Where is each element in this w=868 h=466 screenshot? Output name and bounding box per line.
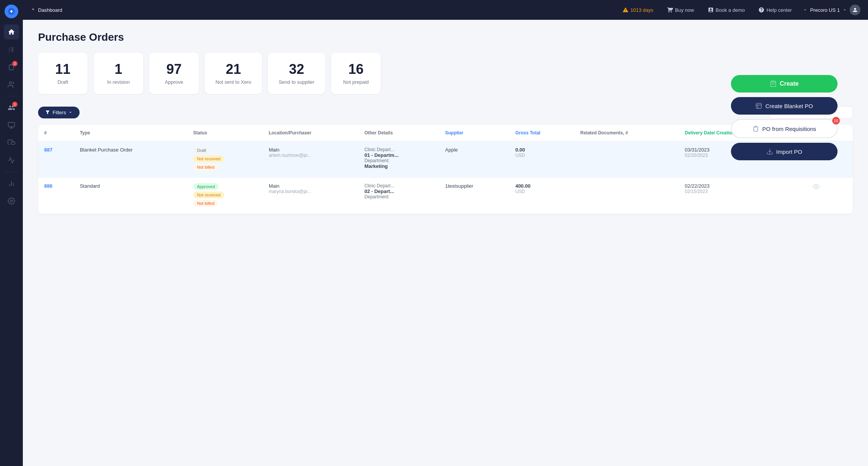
stat-number-draft: 11	[55, 62, 70, 77]
dept-type-label: Department:	[364, 158, 433, 163]
location-main: Main	[269, 183, 352, 189]
table-toolbar: Filters	[38, 106, 853, 119]
dept-code: 01 - Departm...	[364, 152, 433, 158]
stat-number-not-prepaid: 16	[348, 62, 364, 77]
page-title: Purchase Orders	[38, 31, 853, 43]
status-badge: Draft	[193, 147, 210, 154]
sidebar-item-catalog[interactable]	[4, 42, 19, 57]
import-po-label: Import PO	[776, 148, 802, 155]
col-supplier: Supplier	[439, 125, 509, 141]
purchaser-email: maryna.burska@pr...	[269, 189, 352, 194]
table-row[interactable]: 886 Standard ApprovedNot receivedNot bil…	[38, 177, 853, 214]
stat-label-revision: In revision	[107, 79, 129, 85]
stat-label-approve: Approve	[165, 79, 183, 85]
help-center-text: Help center	[766, 7, 791, 13]
status-badge: Not received	[193, 192, 224, 198]
amount-currency: USD	[515, 189, 568, 194]
view-icon[interactable]	[813, 183, 847, 190]
dept-type-label: Department:	[364, 194, 433, 199]
stat-card-approve[interactable]: 97 Approve	[149, 53, 199, 94]
help-center-item[interactable]: Help center	[755, 5, 795, 14]
sidebar-item-settings[interactable]	[4, 193, 19, 209]
row-gross-total: 400.00 USD	[509, 177, 574, 214]
sidebar-item-reports[interactable]	[4, 153, 19, 168]
create-blanket-po-button[interactable]: Create Blanket PO	[731, 97, 838, 115]
creation-date: 02/15/2023	[685, 189, 801, 194]
row-type: Blanket Purchase Order	[74, 141, 187, 178]
amount-value: 0.00	[515, 147, 568, 153]
stat-card-revision[interactable]: 1 In revision	[94, 53, 143, 94]
stat-card-draft[interactable]: 11 Draft	[38, 53, 88, 94]
col-other-details: Other Details	[358, 125, 439, 141]
content-area: Purchase Orders 11 Draft 1 In revision 9…	[23, 20, 868, 466]
col-gross-total: Gross Total	[509, 125, 574, 141]
book-demo-item[interactable]: Book a demo	[705, 5, 748, 14]
stat-label-draft: Draft	[57, 79, 68, 85]
book-demo-text: Book a demo	[716, 7, 745, 13]
delivery-date: 02/22/2023	[685, 183, 801, 189]
dept-label: Clinic Depart...	[364, 183, 433, 188]
org-selector[interactable]: Precoro US 1	[803, 5, 860, 15]
po-requisitions-badge: 16	[832, 117, 840, 124]
alert-days-item[interactable]: 1013 days	[619, 5, 656, 14]
dept-label: Clinic Depart...	[364, 147, 433, 152]
po-from-requisitions-button[interactable]: PO from Requisitions 16	[731, 119, 838, 138]
filters-button[interactable]: Filters	[38, 107, 80, 118]
row-id[interactable]: 887	[38, 141, 74, 178]
location-main: Main	[269, 147, 352, 153]
amount-value: 400.00	[515, 183, 568, 189]
stat-number-send-supplier: 32	[289, 62, 304, 77]
sidebar-divider-1	[5, 96, 18, 96]
po-badge: 1	[12, 102, 18, 107]
purchaser-email: artem.nuzhnov@pr...	[269, 153, 352, 158]
table-row[interactable]: 887 Blanket Purchase Order DraftNot rece…	[38, 141, 853, 178]
svg-rect-7	[756, 103, 762, 109]
dashboard-nav[interactable]: Dashboard	[30, 7, 62, 13]
sidebar-item-users[interactable]	[4, 77, 19, 92]
requests-badge: 2	[12, 61, 18, 66]
row-dates: 02/22/2023 02/15/2023	[679, 177, 807, 214]
stat-number-revision: 1	[115, 62, 122, 77]
row-id[interactable]: 886	[38, 177, 74, 214]
row-details: Clinic Depart... 01 - Departm... Departm…	[358, 141, 439, 178]
app-logo[interactable]	[5, 5, 18, 18]
sidebar-divider-2	[5, 172, 18, 172]
stat-card-send-supplier[interactable]: 32 Send to supplier	[268, 53, 325, 94]
row-supplier: 1testsupplier	[439, 177, 509, 214]
row-related-docs	[574, 177, 679, 214]
col-related-docs: Related Documents, #	[574, 125, 679, 141]
row-supplier: Apple	[439, 141, 509, 178]
row-details: Clinic Depart... 02 - Depart... Departme…	[358, 177, 439, 214]
row-related-docs	[574, 141, 679, 178]
stat-label-send-supplier: Send to supplier	[279, 79, 314, 85]
status-badge: Not received	[193, 155, 224, 162]
dept-code: 02 - Depart...	[364, 188, 433, 194]
amount-currency: USD	[515, 153, 568, 158]
create-button[interactable]: Create	[731, 75, 838, 93]
org-name: Precoro US 1	[810, 7, 840, 13]
row-action	[807, 177, 853, 214]
purchase-orders-table: # Type Status Location/Purchaser Other D…	[38, 125, 853, 214]
content-inner: Purchase Orders 11 Draft 1 In revision 9…	[38, 31, 853, 214]
stat-card-not-prepaid[interactable]: 16 Not prepaid	[331, 53, 381, 94]
sidebar-item-requests[interactable]: 2	[4, 59, 19, 75]
row-location: Main artem.nuzhnov@pr...	[263, 141, 358, 178]
col-type: Type	[74, 125, 187, 141]
sidebar-item-analytics[interactable]	[4, 176, 19, 191]
avatar[interactable]	[850, 5, 860, 15]
sidebar-item-home[interactable]	[4, 24, 19, 40]
stat-label-not-sent-xero: Not sent to Xero	[215, 79, 251, 85]
main-area: Dashboard 1013 days Buy now Book a demo …	[23, 0, 868, 466]
sidebar-item-purchase-orders[interactable]: 1	[4, 100, 19, 115]
po-from-requisitions-label: PO from Requisitions	[762, 126, 816, 132]
import-po-button[interactable]: Import PO	[731, 143, 838, 160]
stat-card-not-sent-xero[interactable]: 21 Not sent to Xero	[205, 53, 262, 94]
sidebar-item-receiving[interactable]	[4, 135, 19, 150]
row-status: DraftNot receivedNot billed	[187, 141, 262, 178]
col-location: Location/Purchaser	[263, 125, 358, 141]
filters-label: Filters	[53, 110, 66, 115]
stat-number-not-sent-xero: 21	[226, 62, 241, 77]
sidebar-item-invoices[interactable]	[4, 118, 19, 133]
stat-number-approve: 97	[166, 62, 182, 77]
buy-now-item[interactable]: Buy now	[664, 5, 697, 14]
